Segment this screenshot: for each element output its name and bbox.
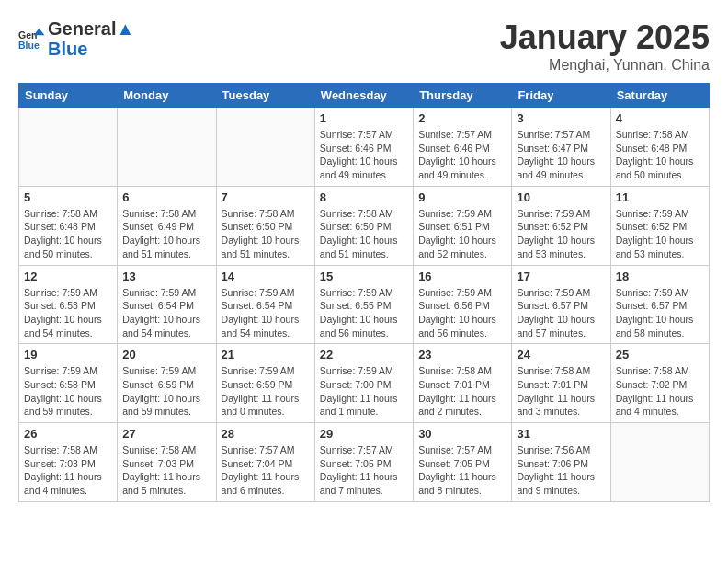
calendar-cell: 4Sunrise: 7:58 AMSunset: 6:48 PMDaylight…	[610, 108, 709, 187]
day-info: Sunrise: 7:57 AMSunset: 6:46 PMDaylight:…	[418, 128, 506, 182]
day-info: Sunrise: 7:56 AMSunset: 7:06 PMDaylight:…	[517, 443, 605, 498]
day-number: 8	[320, 190, 408, 204]
day-number: 12	[24, 270, 112, 283]
day-info: Sunrise: 7:58 AMSunset: 7:01 PMDaylight:…	[517, 364, 605, 419]
svg-text:Blue: Blue	[18, 40, 40, 51]
calendar-cell: 8Sunrise: 7:58 AMSunset: 6:50 PMDaylight…	[314, 186, 413, 265]
day-info: Sunrise: 7:58 AMSunset: 7:01 PMDaylight:…	[418, 364, 506, 419]
calendar-cell: 23Sunrise: 7:58 AMSunset: 7:01 PMDayligh…	[414, 344, 512, 423]
day-number: 19	[24, 348, 112, 362]
day-info: Sunrise: 7:58 AMSunset: 6:50 PMDaylight:…	[320, 207, 408, 261]
day-info: Sunrise: 7:58 AMSunset: 7:03 PMDaylight:…	[122, 443, 210, 498]
logo-text-line1: General▲	[48, 18, 134, 39]
month-title: January 2025	[500, 18, 710, 57]
day-number: 31	[517, 427, 605, 441]
calendar-cell	[216, 108, 314, 187]
day-number: 10	[517, 190, 605, 204]
title-block: January 2025 Menghai, Yunnan, China	[500, 18, 710, 74]
day-info: Sunrise: 7:59 AMSunset: 6:57 PMDaylight:…	[616, 286, 704, 340]
day-info: Sunrise: 7:59 AMSunset: 6:52 PMDaylight:…	[517, 207, 605, 261]
calendar-cell: 13Sunrise: 7:59 AMSunset: 6:54 PMDayligh…	[118, 265, 216, 344]
day-info: Sunrise: 7:58 AMSunset: 6:48 PMDaylight:…	[616, 128, 704, 182]
header-wednesday: Wednesday	[314, 84, 413, 108]
day-info: Sunrise: 7:59 AMSunset: 6:54 PMDaylight:…	[122, 286, 210, 340]
calendar-cell: 20Sunrise: 7:59 AMSunset: 6:59 PMDayligh…	[118, 344, 216, 423]
day-info: Sunrise: 7:58 AMSunset: 6:50 PMDaylight:…	[222, 207, 310, 261]
week-row-3: 12Sunrise: 7:59 AMSunset: 6:53 PMDayligh…	[19, 265, 710, 344]
calendar-cell: 6Sunrise: 7:58 AMSunset: 6:49 PMDaylight…	[118, 186, 216, 265]
day-number: 1	[320, 111, 408, 125]
day-number: 20	[122, 348, 210, 362]
day-info: Sunrise: 7:58 AMSunset: 6:49 PMDaylight:…	[122, 207, 210, 261]
day-number: 13	[122, 270, 210, 283]
day-info: Sunrise: 7:59 AMSunset: 6:59 PMDaylight:…	[222, 364, 310, 419]
day-number: 14	[222, 270, 310, 283]
week-row-1: 1Sunrise: 7:57 AMSunset: 6:46 PMDaylight…	[19, 108, 710, 187]
calendar-cell: 10Sunrise: 7:59 AMSunset: 6:52 PMDayligh…	[512, 186, 610, 265]
day-number: 5	[24, 190, 112, 204]
day-info: Sunrise: 7:57 AMSunset: 7:05 PMDaylight:…	[320, 443, 408, 498]
calendar-cell: 14Sunrise: 7:59 AMSunset: 6:54 PMDayligh…	[216, 265, 314, 344]
day-info: Sunrise: 7:59 AMSunset: 6:53 PMDaylight:…	[24, 286, 112, 340]
day-number: 18	[616, 270, 704, 283]
calendar-cell: 2Sunrise: 7:57 AMSunset: 6:46 PMDaylight…	[414, 108, 512, 187]
day-info: Sunrise: 7:58 AMSunset: 7:03 PMDaylight:…	[24, 443, 112, 498]
day-info: Sunrise: 7:59 AMSunset: 6:51 PMDaylight:…	[418, 207, 506, 261]
calendar-cell: 27Sunrise: 7:58 AMSunset: 7:03 PMDayligh…	[118, 423, 216, 502]
calendar-cell: 18Sunrise: 7:59 AMSunset: 6:57 PMDayligh…	[610, 265, 709, 344]
calendar-cell: 12Sunrise: 7:59 AMSunset: 6:53 PMDayligh…	[19, 265, 118, 344]
calendar-cell: 17Sunrise: 7:59 AMSunset: 6:57 PMDayligh…	[512, 265, 610, 344]
day-number: 28	[222, 427, 310, 441]
day-number: 3	[517, 111, 605, 125]
day-info: Sunrise: 7:57 AMSunset: 7:05 PMDaylight:…	[418, 443, 506, 498]
day-number: 16	[418, 270, 506, 283]
calendar-cell: 31Sunrise: 7:56 AMSunset: 7:06 PMDayligh…	[512, 423, 610, 502]
day-number: 9	[418, 190, 506, 204]
day-number: 22	[320, 348, 408, 362]
day-info: Sunrise: 7:59 AMSunset: 6:58 PMDaylight:…	[24, 364, 112, 419]
day-number: 17	[517, 270, 605, 283]
day-info: Sunrise: 7:57 AMSunset: 7:04 PMDaylight:…	[222, 443, 310, 498]
day-number: 21	[222, 348, 310, 362]
day-info: Sunrise: 7:58 AMSunset: 6:48 PMDaylight:…	[24, 207, 112, 261]
calendar-cell: 25Sunrise: 7:58 AMSunset: 7:02 PMDayligh…	[610, 344, 709, 423]
day-number: 7	[222, 190, 310, 204]
day-number: 25	[616, 348, 704, 362]
day-number: 4	[616, 111, 704, 125]
header-thursday: Thursday	[414, 84, 512, 108]
day-number: 24	[517, 348, 605, 362]
day-info: Sunrise: 7:59 AMSunset: 6:57 PMDaylight:…	[517, 286, 605, 340]
day-info: Sunrise: 7:58 AMSunset: 7:02 PMDaylight:…	[616, 364, 704, 419]
header-friday: Friday	[512, 84, 610, 108]
calendar-cell: 21Sunrise: 7:59 AMSunset: 6:59 PMDayligh…	[216, 344, 314, 423]
day-number: 26	[24, 427, 112, 441]
day-number: 29	[320, 427, 408, 441]
calendar-cell: 16Sunrise: 7:59 AMSunset: 6:56 PMDayligh…	[414, 265, 512, 344]
day-number: 11	[616, 190, 704, 204]
header-sunday: Sunday	[19, 84, 118, 108]
calendar-cell: 3Sunrise: 7:57 AMSunset: 6:47 PMDaylight…	[512, 108, 610, 187]
day-number: 30	[418, 427, 506, 441]
day-info: Sunrise: 7:59 AMSunset: 6:55 PMDaylight:…	[320, 286, 408, 340]
calendar-cell: 9Sunrise: 7:59 AMSunset: 6:51 PMDaylight…	[414, 186, 512, 265]
page-header: Gen Blue General▲ Blue January 2025 Meng…	[18, 18, 710, 74]
day-info: Sunrise: 7:59 AMSunset: 6:54 PMDaylight:…	[222, 286, 310, 340]
week-row-4: 19Sunrise: 7:59 AMSunset: 6:58 PMDayligh…	[19, 344, 710, 423]
calendar-cell: 24Sunrise: 7:58 AMSunset: 7:01 PMDayligh…	[512, 344, 610, 423]
header-tuesday: Tuesday	[216, 84, 314, 108]
day-number: 27	[122, 427, 210, 441]
logo: Gen Blue General▲ Blue	[18, 18, 134, 59]
calendar-table: SundayMondayTuesdayWednesdayThursdayFrid…	[18, 83, 710, 502]
logo-text-line2: Blue	[48, 39, 134, 59]
location-subtitle: Menghai, Yunnan, China	[500, 57, 710, 74]
day-info: Sunrise: 7:59 AMSunset: 6:59 PMDaylight:…	[122, 364, 210, 419]
day-info: Sunrise: 7:59 AMSunset: 7:00 PMDaylight:…	[320, 364, 408, 419]
week-row-5: 26Sunrise: 7:58 AMSunset: 7:03 PMDayligh…	[19, 423, 710, 502]
calendar-cell	[118, 108, 216, 187]
calendar-cell: 28Sunrise: 7:57 AMSunset: 7:04 PMDayligh…	[216, 423, 314, 502]
logo-icon: Gen Blue	[18, 25, 46, 52]
calendar-cell: 1Sunrise: 7:57 AMSunset: 6:46 PMDaylight…	[314, 108, 413, 187]
day-number: 2	[418, 111, 506, 125]
header-saturday: Saturday	[610, 84, 709, 108]
week-row-2: 5Sunrise: 7:58 AMSunset: 6:48 PMDaylight…	[19, 186, 710, 265]
